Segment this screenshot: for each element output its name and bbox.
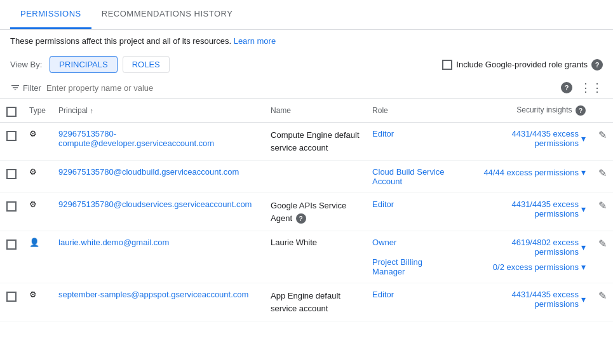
header-checkbox-col: [0, 99, 23, 123]
row5-type-icon: ⚙: [29, 290, 37, 299]
header-role: Role: [366, 99, 463, 123]
row2-dropdown-icon[interactable]: ▾: [581, 167, 586, 177]
security-help-icon[interactable]: ?: [576, 105, 586, 116]
row4-dropdown-icon-1[interactable]: ▾: [581, 242, 586, 252]
row2-security[interactable]: 44/44 excess permissions: [483, 168, 579, 177]
view-by-label: View By:: [10, 60, 42, 69]
header-security: Security insights ?: [463, 99, 592, 123]
row4-name: Laurie White: [264, 231, 366, 283]
row2-name: [264, 161, 366, 193]
view-by-bar: View By: PRINCIPALS ROLES Include Google…: [0, 52, 613, 77]
row3-edit-icon[interactable]: ✎: [598, 200, 607, 211]
tabs-bar: PERMISSIONS RECOMMENDATIONS HISTORY: [0, 0, 613, 30]
row3-name: Google APIs Service Agent ?: [264, 193, 366, 231]
view-by-principals-button[interactable]: PRINCIPALS: [50, 56, 117, 73]
banner-text: These permissions affect this project an…: [10, 36, 231, 46]
row1-type-icon: ⚙: [29, 129, 37, 138]
row3-role[interactable]: Editor: [372, 199, 394, 209]
header-principal: Principal ↑: [52, 99, 264, 123]
google-role-help-icon[interactable]: ?: [591, 59, 603, 71]
row1-checkbox[interactable]: [6, 131, 17, 141]
header-name: Name: [264, 99, 366, 123]
row2-edit-icon[interactable]: ✎: [598, 168, 607, 179]
filter-input[interactable]: [46, 83, 556, 93]
banner: These permissions affect this project an…: [0, 30, 613, 52]
row3-security-cell: 4431/4435 excess permissions ▾: [469, 199, 586, 219]
row4-role-2[interactable]: Project Billing Manager: [372, 257, 457, 276]
row4-principal[interactable]: laurie.white.demo@gmail.com: [58, 238, 169, 247]
row2-principal[interactable]: 929675135780@cloudbuild.gserviceaccount.…: [58, 167, 239, 177]
row3-principal[interactable]: 929675135780@cloudservices.gserviceaccou…: [58, 199, 252, 209]
row4-security-row-1: 4619/4802 excess permissions ▾: [469, 238, 586, 257]
row3-dropdown-icon[interactable]: ▾: [581, 204, 586, 214]
filter-label: Filter: [10, 83, 41, 93]
filter-bar-right: ? ⋮⋮: [561, 81, 603, 95]
row5-principal[interactable]: september-samples@appspot.gserviceaccoun…: [58, 290, 248, 299]
filter-bar: Filter ? ⋮⋮: [0, 77, 613, 99]
row3-security[interactable]: 4431/4435 excess permissions: [469, 199, 579, 219]
columns-icon[interactable]: ⋮⋮: [580, 81, 603, 95]
row2-security-cell: 44/44 excess permissions ▾: [469, 167, 586, 177]
google-role-label: Include Google-provided role grants: [456, 60, 588, 69]
row1-security[interactable]: 4431/4435 excess permissions: [469, 129, 579, 148]
view-by-roles-button[interactable]: ROLES: [123, 56, 170, 73]
row4-type-icon: 👤: [29, 238, 39, 247]
row1-principal[interactable]: 929675135780-compute@developer.gservicea…: [58, 129, 214, 148]
table-row: ⚙ september-samples@appspot.gserviceacco…: [0, 283, 613, 321]
header-checkbox[interactable]: [6, 107, 17, 117]
row4-security-1[interactable]: 4619/4802 excess permissions: [469, 238, 579, 257]
row1-role[interactable]: Editor: [372, 129, 394, 138]
row4-security-row-2: 0/2 excess permissions ▾: [493, 262, 586, 272]
row4-edit-icon[interactable]: ✎: [598, 238, 607, 249]
row5-edit-icon[interactable]: ✎: [598, 290, 607, 301]
row5-checkbox[interactable]: [6, 292, 17, 302]
header-actions: [592, 99, 613, 123]
row5-name: App Engine default service account: [264, 283, 366, 321]
tab-recommendations[interactable]: RECOMMENDATIONS HISTORY: [91, 0, 243, 29]
google-role-toggle: Include Google-provided role grants ?: [442, 59, 603, 71]
row4-role-1[interactable]: Owner: [372, 238, 457, 247]
table-row: 👤 laurie.white.demo@gmail.com Laurie Whi…: [0, 231, 613, 283]
row5-dropdown-icon[interactable]: ▾: [581, 294, 586, 304]
table-row: ⚙ 929675135780@cloudservices.gserviceacc…: [0, 193, 613, 231]
row5-security[interactable]: 4431/4435 excess permissions: [469, 290, 579, 309]
row2-checkbox[interactable]: [6, 169, 17, 179]
learn-more-link[interactable]: Learn more: [234, 36, 276, 46]
row4-dropdown-icon-2[interactable]: ▾: [581, 262, 586, 272]
filter-help-icon[interactable]: ?: [561, 82, 572, 93]
row5-role[interactable]: Editor: [372, 290, 394, 299]
row1-dropdown-icon[interactable]: ▾: [581, 133, 586, 144]
row4-security-2[interactable]: 0/2 excess permissions: [493, 262, 579, 272]
row3-checkbox[interactable]: [6, 201, 17, 212]
row3-name-help-icon[interactable]: ?: [296, 213, 306, 224]
row4-roles-cell: Owner Project Billing Manager: [372, 238, 457, 276]
header-type: Type: [23, 99, 52, 123]
table-row: ⚙ 929675135780-compute@developer.gservic…: [0, 123, 613, 161]
row1-security-cell: 4431/4435 excess permissions ▾: [469, 129, 586, 148]
table-header-row: Type Principal ↑ Name Role Security insi…: [0, 99, 613, 123]
row2-type-icon: ⚙: [29, 167, 37, 177]
sort-icon[interactable]: ↑: [90, 107, 93, 114]
google-role-checkbox[interactable]: [442, 60, 452, 70]
row4-security-cell: 4619/4802 excess permissions ▾ 0/2 exces…: [469, 238, 586, 272]
row5-security-cell: 4431/4435 excess permissions ▾: [469, 290, 586, 309]
row2-role[interactable]: Cloud Build Service Account: [372, 167, 444, 186]
table-row: ⚙ 929675135780@cloudbuild.gserviceaccoun…: [0, 161, 613, 193]
row3-type-icon: ⚙: [29, 199, 37, 209]
row1-edit-icon[interactable]: ✎: [598, 130, 607, 140]
filter-text: Filter: [23, 83, 41, 93]
row1-name: Compute Engine default service account: [264, 123, 366, 161]
tab-permissions[interactable]: PERMISSIONS: [10, 0, 91, 29]
table-wrap: Type Principal ↑ Name Role Security insi…: [0, 99, 613, 321]
row4-checkbox[interactable]: [6, 239, 17, 250]
permissions-table: Type Principal ↑ Name Role Security insi…: [0, 99, 613, 321]
